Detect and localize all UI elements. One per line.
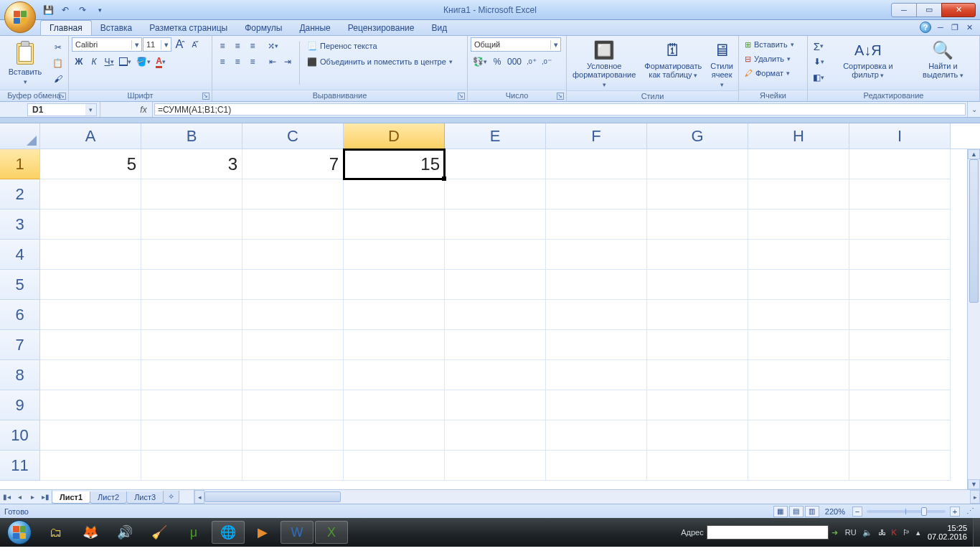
cell[interactable] bbox=[546, 390, 647, 420]
cell[interactable] bbox=[849, 240, 951, 270]
row-header[interactable]: 4 bbox=[0, 240, 40, 270]
column-header[interactable]: I bbox=[849, 123, 951, 149]
office-button[interactable] bbox=[4, 1, 36, 33]
sheet-nav-last-icon[interactable]: ▸▮ bbox=[39, 490, 52, 504]
column-header[interactable]: F bbox=[546, 123, 647, 149]
dialog-launcher-icon[interactable]: ↘ bbox=[59, 93, 66, 100]
cell[interactable] bbox=[546, 451, 647, 481]
cell[interactable] bbox=[40, 179, 141, 209]
comma-format-icon[interactable]: 000 bbox=[505, 55, 524, 69]
row-header[interactable]: 10 bbox=[0, 420, 40, 451]
word-icon[interactable]: W bbox=[281, 521, 314, 544]
aimp-icon[interactable]: 🔊 bbox=[108, 521, 141, 544]
bold-button[interactable]: Ж bbox=[72, 55, 86, 69]
cell[interactable] bbox=[40, 209, 141, 240]
insert-cells-button[interactable]: ⊞Вставить bbox=[742, 37, 797, 52]
italic-button[interactable]: К bbox=[87, 55, 101, 69]
cell[interactable] bbox=[40, 270, 141, 300]
cell[interactable] bbox=[748, 209, 849, 240]
page-break-view-icon[interactable]: ▥ bbox=[805, 506, 819, 517]
align-center-icon[interactable]: ≡ bbox=[230, 55, 245, 69]
cell[interactable] bbox=[242, 420, 344, 451]
cell-styles-button[interactable]: 🖥 Стили ячеек bbox=[707, 37, 736, 90]
row-header[interactable]: 6 bbox=[0, 300, 40, 330]
shrink-font-icon[interactable]: Aˇ bbox=[187, 37, 202, 52]
hscroll-thumb[interactable] bbox=[204, 491, 341, 502]
cell[interactable] bbox=[748, 270, 849, 300]
tab-home[interactable]: Главная bbox=[40, 20, 92, 35]
cell[interactable] bbox=[344, 270, 445, 300]
cell[interactable] bbox=[344, 300, 445, 330]
cell[interactable] bbox=[849, 451, 951, 481]
tray-overflow-icon[interactable]: ▴ bbox=[916, 528, 920, 537]
cell[interactable] bbox=[748, 149, 849, 179]
select-all-corner[interactable] bbox=[0, 123, 40, 149]
lang-indicator[interactable]: RU bbox=[845, 528, 857, 537]
vertical-scrollbar[interactable]: ▲ ▼ bbox=[967, 149, 980, 489]
cell[interactable] bbox=[748, 420, 849, 451]
clear-icon[interactable]: ◧ bbox=[811, 70, 826, 85]
cell[interactable] bbox=[242, 179, 344, 209]
cell[interactable] bbox=[242, 270, 344, 300]
cell[interactable] bbox=[445, 209, 546, 240]
merge-center-button[interactable]: ⬛Объединить и поместить в центре bbox=[304, 55, 456, 69]
cell[interactable] bbox=[647, 179, 748, 209]
copy-icon[interactable]: 📋 bbox=[50, 56, 65, 70]
cell[interactable] bbox=[40, 330, 141, 360]
cell[interactable] bbox=[344, 209, 445, 240]
fx-icon[interactable]: fx bbox=[135, 105, 152, 115]
row-header[interactable]: 5 bbox=[0, 270, 40, 300]
cell[interactable] bbox=[141, 330, 242, 360]
dialog-launcher-icon[interactable]: ↘ bbox=[557, 93, 564, 100]
sheet-nav-prev-icon[interactable]: ◂ bbox=[13, 490, 26, 504]
cell[interactable] bbox=[546, 420, 647, 451]
cell[interactable] bbox=[445, 149, 546, 179]
normal-view-icon[interactable]: ▦ bbox=[773, 506, 788, 517]
number-format-combo[interactable]: Общий▾ bbox=[471, 37, 561, 52]
cell[interactable] bbox=[344, 420, 445, 451]
dialog-launcher-icon[interactable]: ↘ bbox=[202, 93, 209, 100]
decrease-decimal-icon[interactable]: ,0⁻ bbox=[540, 55, 554, 69]
cell[interactable] bbox=[40, 360, 141, 390]
cell[interactable] bbox=[546, 360, 647, 390]
tab-insert[interactable]: Вставка bbox=[92, 21, 141, 35]
cell[interactable] bbox=[748, 360, 849, 390]
cell[interactable] bbox=[748, 179, 849, 209]
cell[interactable] bbox=[141, 179, 242, 209]
save-icon[interactable]: 💾 bbox=[40, 2, 56, 18]
cell[interactable] bbox=[344, 330, 445, 360]
format-painter-icon[interactable]: 🖌 bbox=[50, 72, 65, 86]
doc-restore-icon[interactable]: ❐ bbox=[950, 22, 960, 32]
cell[interactable] bbox=[141, 360, 242, 390]
align-bottom-icon[interactable]: ≡ bbox=[245, 39, 260, 53]
cell[interactable]: 7 bbox=[242, 149, 344, 179]
cell[interactable] bbox=[40, 300, 141, 330]
tab-formulas[interactable]: Формулы bbox=[236, 21, 291, 35]
underline-button[interactable]: Ч bbox=[102, 55, 116, 69]
cell[interactable]: 5 bbox=[40, 149, 141, 179]
fill-color-button[interactable]: 🪣 bbox=[134, 55, 153, 69]
find-select-button[interactable]: 🔍 Найти и выделить bbox=[910, 37, 976, 81]
autosum-icon[interactable]: Σ bbox=[811, 39, 826, 53]
sheet-nav-first-icon[interactable]: ▮◂ bbox=[0, 490, 13, 504]
start-button[interactable] bbox=[0, 518, 39, 547]
minimize-button[interactable]: ─ bbox=[891, 3, 917, 17]
column-header[interactable]: H bbox=[748, 123, 849, 149]
cell[interactable] bbox=[242, 209, 344, 240]
redo-icon[interactable]: ↷ bbox=[75, 2, 90, 18]
percent-format-icon[interactable]: % bbox=[490, 55, 504, 69]
chrome-icon[interactable]: 🌐 bbox=[212, 521, 245, 544]
cell[interactable] bbox=[242, 360, 344, 390]
qat-customize-icon[interactable]: ▾ bbox=[92, 2, 108, 18]
vscroll-thumb[interactable] bbox=[969, 159, 979, 303]
cell[interactable] bbox=[647, 209, 748, 240]
cell[interactable] bbox=[647, 270, 748, 300]
new-sheet-icon[interactable]: ✧ bbox=[163, 491, 179, 504]
sheet-tab-3[interactable]: Лист3 bbox=[126, 491, 164, 504]
cell[interactable] bbox=[748, 300, 849, 330]
network-icon[interactable]: 🖧 bbox=[878, 528, 886, 537]
address-input[interactable] bbox=[707, 525, 829, 540]
cell[interactable] bbox=[546, 240, 647, 270]
cell[interactable] bbox=[445, 179, 546, 209]
cell[interactable] bbox=[40, 451, 141, 481]
